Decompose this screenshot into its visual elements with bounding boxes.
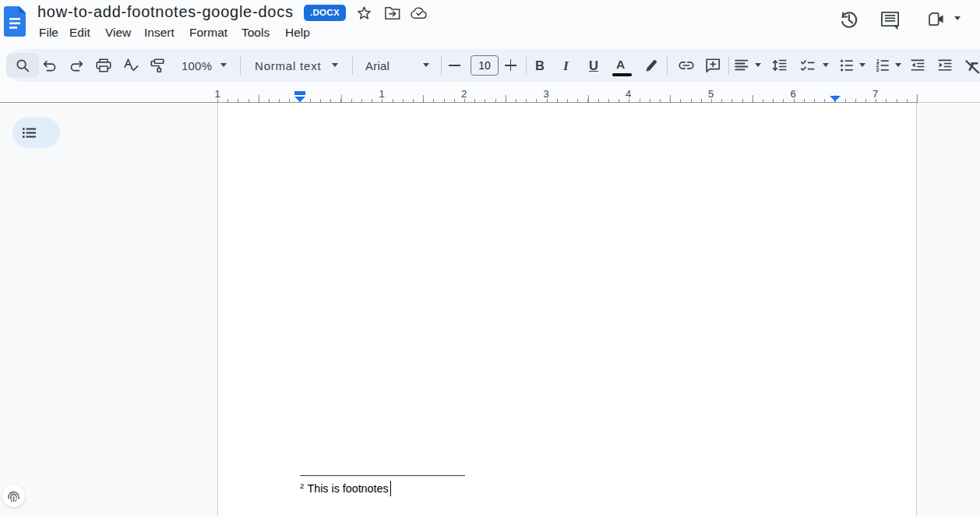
svg-text:3: 3: [876, 67, 880, 72]
